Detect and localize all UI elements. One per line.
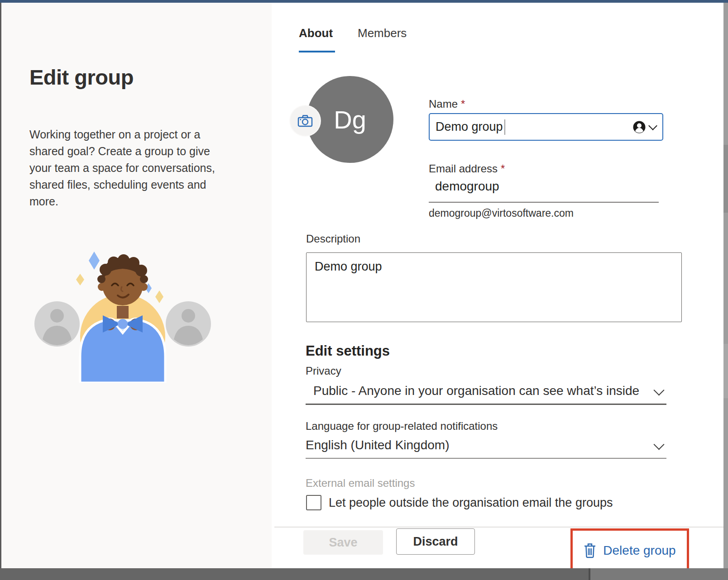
active-tab-indicator <box>299 51 335 52</box>
edit-group-info-panel: Edit group Working together on a project… <box>1 3 272 568</box>
delete-group-button[interactable]: Delete group <box>584 542 675 559</box>
email-input[interactable]: demogroup <box>435 179 499 194</box>
name-input-value: Demo group <box>436 120 503 134</box>
privacy-dropdown-underline <box>306 404 666 405</box>
group-illustration <box>28 238 218 383</box>
window-top-strip <box>0 0 728 3</box>
name-label: Name* <box>429 98 465 110</box>
required-asterisk: * <box>461 98 465 110</box>
language-selected-value: English (United Kingdom) <box>306 438 450 452</box>
tab-members[interactable]: Members <box>358 26 407 40</box>
avatar-initials: Dg <box>334 105 366 134</box>
discard-button[interactable]: Discard <box>396 528 475 555</box>
page-title: Edit group <box>29 65 134 90</box>
footer-divider <box>274 527 723 528</box>
background-window-strip <box>723 0 728 580</box>
language-label: Language for group-related notifications <box>306 420 498 433</box>
change-photo-button[interactable] <box>290 106 320 136</box>
edit-group-form-panel: About Members Dg Name* Demo group E <box>272 3 723 568</box>
external-email-section-label: External email settings <box>306 477 415 490</box>
background-window-patch <box>723 145 728 213</box>
person-picker-icon[interactable] <box>632 120 647 134</box>
email-label: Email address* <box>429 162 505 175</box>
window-left-edge <box>0 3 1 569</box>
background-window-patch <box>723 344 728 398</box>
language-dropdown[interactable]: English (United Kingdom) <box>306 436 666 458</box>
page-description: Working together on a project or a share… <box>29 126 231 210</box>
email-full-address: demogroup@virtosoftware.com <box>429 207 574 219</box>
taskbar-segment <box>590 568 728 580</box>
privacy-label: Privacy <box>306 365 341 377</box>
language-dropdown-underline <box>306 458 666 459</box>
external-email-checkbox[interactable] <box>306 495 321 510</box>
camera-icon <box>297 114 313 128</box>
external-email-checkbox-label: Let people outside the organisation emai… <box>329 496 613 510</box>
privacy-selected-value: Public - Anyone in your organisation can… <box>313 384 639 398</box>
required-asterisk: * <box>501 162 505 175</box>
email-input-underline <box>429 202 659 203</box>
trash-icon <box>584 542 596 559</box>
save-button[interactable]: Save <box>303 530 383 555</box>
description-textarea[interactable]: Demo group <box>306 252 682 322</box>
chevron-down-icon <box>653 439 664 450</box>
chevron-down-icon <box>653 385 664 395</box>
edit-settings-heading: Edit settings <box>306 343 390 359</box>
taskbar-strip <box>0 568 728 580</box>
description-label: Description <box>306 233 360 245</box>
chevron-down-icon[interactable] <box>648 121 657 130</box>
privacy-dropdown[interactable]: Public - Anyone in your organisation can… <box>306 382 666 404</box>
delete-group-label: Delete group <box>603 543 675 558</box>
tab-about[interactable]: About <box>299 26 333 40</box>
delete-group-annotation-highlight: Delete group <box>570 528 689 573</box>
text-caret <box>504 119 506 135</box>
name-input[interactable]: Demo group <box>429 113 663 141</box>
